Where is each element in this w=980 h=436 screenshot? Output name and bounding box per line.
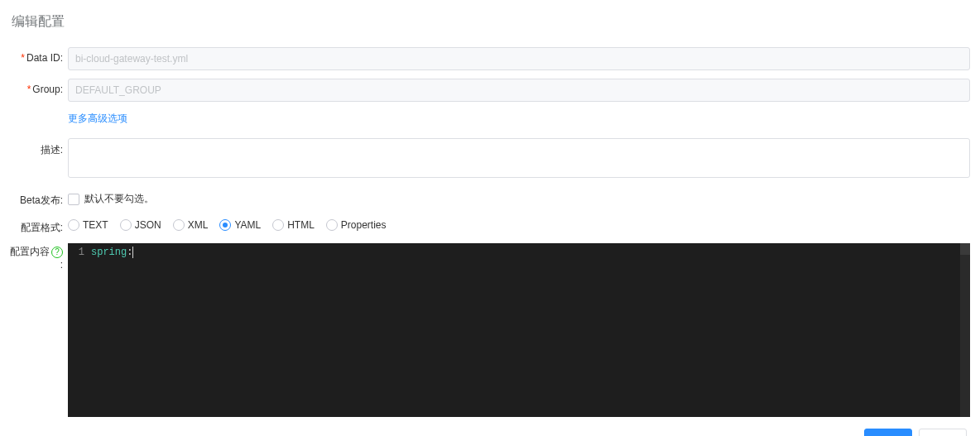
desc-label: 描述: xyxy=(10,138,68,157)
desc-textarea[interactable] xyxy=(68,138,970,178)
format-radio-text[interactable]: TEXT xyxy=(68,219,108,231)
radio-icon xyxy=(120,219,132,231)
radio-icon xyxy=(326,219,338,231)
back-button[interactable]: 返回 xyxy=(919,429,967,436)
radio-icon xyxy=(219,219,231,231)
radio-label: Properties xyxy=(341,219,387,231)
data-id-input xyxy=(68,47,970,70)
radio-label: TEXT xyxy=(83,219,108,231)
radio-label: HTML xyxy=(287,219,315,231)
editor-code-area[interactable]: spring: xyxy=(88,243,970,417)
page-title: 编辑配置 xyxy=(10,13,970,31)
content-label: 配置内容?: xyxy=(10,243,68,271)
format-radio-group: TEXTJSONXMLYAMLHTMLProperties xyxy=(68,216,970,231)
radio-label: XML xyxy=(188,219,209,231)
format-radio-yaml[interactable]: YAML xyxy=(219,219,261,231)
format-label: 配置格式: xyxy=(10,216,68,235)
editor-scrollbar[interactable] xyxy=(960,243,970,417)
radio-icon xyxy=(272,219,284,231)
checkbox-icon xyxy=(68,194,79,205)
group-label: *Group: xyxy=(10,79,68,95)
publish-button[interactable]: 发布 xyxy=(864,429,912,436)
format-radio-json[interactable]: JSON xyxy=(120,219,161,231)
beta-label: Beta发布: xyxy=(10,189,68,208)
group-input xyxy=(68,79,970,102)
advanced-options-link[interactable]: 更多高级选项 xyxy=(68,113,127,124)
beta-checkbox[interactable]: 默认不要勾选。 xyxy=(68,189,970,206)
code-editor[interactable]: 1 spring: xyxy=(68,243,970,417)
data-id-label: *Data ID: xyxy=(10,47,68,64)
help-icon[interactable]: ? xyxy=(51,247,63,258)
beta-check-label: 默认不要勾选。 xyxy=(84,192,154,206)
radio-label: YAML xyxy=(234,219,261,231)
radio-icon xyxy=(173,219,185,231)
format-radio-xml[interactable]: XML xyxy=(173,219,209,231)
cursor-icon xyxy=(132,247,133,258)
radio-icon xyxy=(68,219,79,231)
radio-label: JSON xyxy=(135,219,161,231)
format-radio-html[interactable]: HTML xyxy=(272,219,315,231)
format-radio-properties[interactable]: Properties xyxy=(326,219,387,231)
editor-gutter: 1 xyxy=(68,243,88,417)
